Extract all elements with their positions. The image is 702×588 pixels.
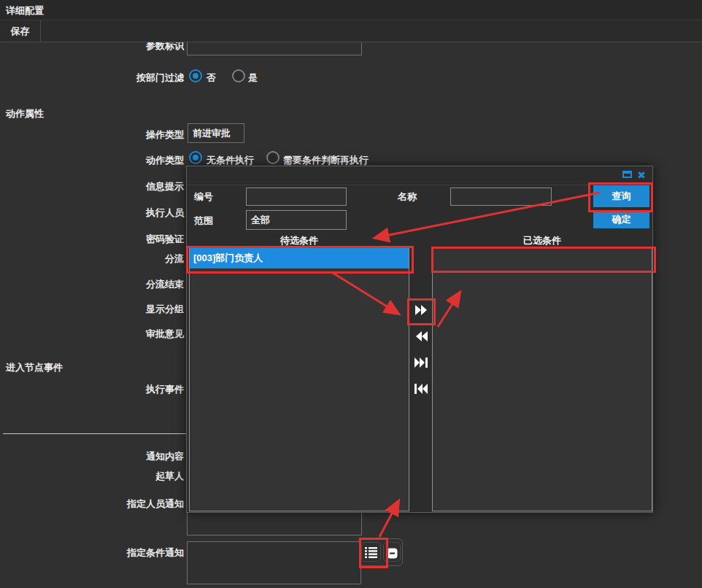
section-divider (3, 433, 187, 434)
number-label: 编号 (194, 190, 213, 204)
available-conditions-header: 待选条件 (189, 234, 409, 247)
query-button[interactable]: 查询 (593, 185, 649, 207)
action-uncond-radio[interactable] (189, 151, 202, 164)
dialog-titlebar[interactable]: ✖ (187, 166, 652, 185)
dept-filter-no-label: 否 (207, 71, 216, 85)
display-group-label: 显示分组 (73, 303, 184, 316)
maximize-icon[interactable] (622, 171, 632, 178)
name-input[interactable] (450, 187, 552, 206)
save-button[interactable]: 保存 (0, 20, 41, 42)
list-item[interactable]: [003]部门负责人 (190, 248, 409, 268)
op-type-label: 操作类型 (73, 128, 184, 142)
dept-filter-yes-radio[interactable] (232, 69, 245, 82)
approval-opinion-label: 审批意见 (73, 328, 184, 341)
notify-content-label: 通知内容 (73, 450, 184, 463)
window-titlebar: 详细配置 (0, 0, 702, 20)
close-icon[interactable]: ✖ (636, 169, 647, 181)
drafter-label: 起草人 (73, 470, 184, 483)
scope-label: 范围 (194, 214, 213, 228)
minus-icon (387, 548, 398, 559)
remove-condition-button[interactable] (383, 542, 401, 562)
confirm-button[interactable]: 确定 (593, 210, 649, 228)
select-condition-list-button[interactable] (361, 542, 381, 562)
page-title: 详细配置 (6, 4, 44, 18)
person-notify-label: 指定人员通知 (73, 498, 184, 511)
dept-filter-yes-label: 是 (248, 71, 258, 85)
executor-label: 执行人员 (73, 206, 184, 220)
move-all-left-button[interactable] (411, 380, 431, 399)
selected-conditions-list[interactable] (432, 247, 652, 511)
op-type-select[interactable]: 前进审批 (188, 123, 244, 143)
toolbar: 保存 (0, 20, 702, 42)
name-label: 名称 (398, 190, 417, 204)
exec-event-label: 执行事件 (73, 383, 184, 396)
left-to-start-icon (414, 383, 428, 395)
selected-conditions-header: 已选条件 (432, 234, 652, 247)
info-tip-label: 信息提示 (73, 180, 184, 193)
cond-notify-textarea[interactable] (187, 541, 361, 584)
password-verify-label: 密码验证 (73, 233, 184, 246)
cond-notify-button-group (358, 538, 403, 566)
split-end-label: 分流结束 (73, 278, 184, 291)
scope-select[interactable]: 全部 (246, 210, 347, 230)
double-left-arrow-icon (414, 330, 428, 342)
section-action-properties: 动作属性 (6, 107, 44, 120)
person-notify-input[interactable] (187, 509, 362, 535)
split-label: 分流 (73, 252, 184, 266)
available-conditions-list[interactable]: [003]部门负责人 (189, 247, 409, 511)
move-all-right-button[interactable] (411, 354, 431, 373)
action-cond-radio[interactable] (266, 151, 279, 164)
move-left-button[interactable] (411, 328, 431, 347)
action-type-label: 动作类型 (73, 154, 184, 167)
number-input[interactable] (246, 187, 347, 206)
right-to-end-icon (414, 357, 428, 368)
condition-select-dialog: ✖ 编号 名称 范围 全部 查询 确定 待选条件 已选条件 [003]部门负责人 (186, 166, 653, 513)
move-right-button[interactable] (411, 301, 431, 320)
double-right-arrow-icon (414, 304, 428, 316)
list-icon (365, 547, 377, 558)
cond-notify-label: 指定条件通知 (73, 546, 184, 560)
dept-filter-label: 按部门过滤 (73, 71, 184, 85)
section-enter-node-event: 进入节点事件 (6, 361, 63, 374)
dept-filter-no-radio[interactable] (189, 69, 202, 82)
